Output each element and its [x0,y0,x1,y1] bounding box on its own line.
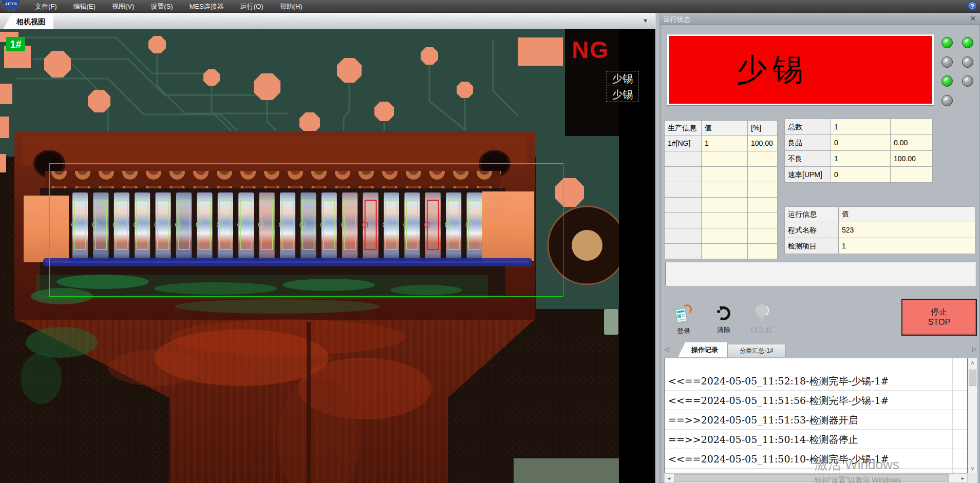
table-cell [748,213,778,228]
table-cell: 检测项目 [785,238,839,254]
table-cell [702,198,748,213]
light-bulb-icon [754,304,769,323]
status-led [962,37,973,48]
help-icon[interactable]: ? [968,2,977,11]
table-cell: 100.00 [748,136,778,151]
menu-items: 文件(F)编辑(E)视图(V)设置(S)MES连接器运行(O)帮助(H) [27,0,311,13]
table-cell [748,244,778,259]
login-label: 登录 [677,326,690,336]
menu-item[interactable]: MES连接器 [181,0,232,13]
refresh-icon [715,305,732,323]
log-entry: ==>>2024-05-05_11:51:53-检测器开启 [665,410,967,430]
camera-id-badge: 1# [6,37,25,51]
table-cell: 生产信息 [665,121,702,136]
vertical-scroll-thumb[interactable] [969,370,976,386]
result-ng-label: NG [572,36,609,64]
camera-viewport[interactable]: 1# NG 少锡 少锡 [0,29,655,483]
status-led [962,56,973,68]
table-cell: 良品 [785,135,831,151]
log-tab-strip: ◁ 操作记录 分类汇总-1# ▷ [663,340,979,357]
stop-label-en: STOP [928,317,950,327]
table-cell: 不良 [785,151,831,167]
log-list: <<==2024-05-05_11:52:18-检测完毕-少锡-1#<<==20… [665,358,967,469]
status-led [941,37,953,48]
table-row [665,244,778,259]
table-row: 总数1 [785,119,933,135]
log-entry: <<==2024-05-05_11:52:18-检测完毕-少锡-1# [665,371,967,391]
table-cell [665,198,702,213]
operation-log-panel[interactable]: <<==2024-05-05_11:52:18-检测完毕-少锡-1#<<==20… [664,358,968,473]
tab-camera-view[interactable]: 相机视图 [3,14,53,29]
led-light-button[interactable]: LED 灯 [746,304,778,341]
table-cell: 值 [702,121,748,136]
table-cell [665,228,702,244]
table-cell [748,167,778,182]
scroll-right-icon[interactable]: ▸ [958,474,967,482]
table-cell [748,228,778,244]
menu-item[interactable]: 运行(O) [232,0,272,13]
table-cell: 523 [839,222,975,238]
menu-item[interactable]: 帮助(H) [272,0,311,13]
horizontal-scroll-thumb[interactable] [674,474,949,482]
horizontal-scrollbar[interactable]: ◂ ▸ [664,473,968,483]
tab-category-summary[interactable]: 分类汇总-1# [727,344,786,357]
clear-button[interactable]: 清除 [708,305,740,342]
table-cell [748,151,778,167]
table-cell [665,182,702,198]
menu-bar: JETS 文件(F)编辑(E)视图(V)设置(S)MES连接器运行(O)帮助(H… [0,0,980,13]
counters-table: 总数1 良品00.00不良1100.00速率[UPM]0 [784,119,933,183]
app-window: JETS 文件(F)编辑(E)视图(V)设置(S)MES连接器运行(O)帮助(H… [0,0,980,483]
log-entry: <<==2024-05-05_11:50:10-检测完毕-少锡-1# [665,449,967,469]
table-cell: 程式名称 [785,222,839,238]
table-cell: 1#[NG] [665,136,702,151]
table-cell: 0 [831,135,891,151]
close-icon[interactable]: ✕ [970,14,976,23]
log-column-divider [952,358,953,473]
scroll-up-icon[interactable]: ∧ [968,358,977,367]
message-box[interactable] [665,262,976,286]
run-info-table: 运行信息值程式名称523检测项目1 [784,206,975,254]
menu-item[interactable]: 设置(S) [142,0,181,13]
table-cell [702,151,748,167]
vertical-scrollbar[interactable]: ∧ ∨ [968,358,977,473]
defect-label: 少锡 [607,87,638,102]
panel-splitter[interactable] [655,13,660,483]
stop-label-cn: 停止 [931,307,948,317]
table-cell [702,182,748,198]
table-cell [891,167,933,183]
stop-button[interactable]: 停止 STOP [901,299,977,336]
scrollbar-corner [968,473,977,483]
table-row: 检测项目1 [785,238,975,254]
menu-item[interactable]: 编辑(E) [65,0,104,13]
clear-label: 清除 [717,325,730,335]
scroll-left-icon[interactable]: ◂ [665,474,673,482]
table-cell: 1 [839,238,975,254]
table-cell: 运行信息 [785,207,839,222]
menu-item[interactable]: 视图(V) [104,0,142,13]
app-logo-icon: JETS [2,0,21,11]
table-cell [702,244,748,259]
table-row [665,182,778,198]
table-cell [702,213,748,228]
table-cell: 100.00 [891,151,933,167]
login-button[interactable]: 登录 [668,304,700,341]
panel-title-bar: 运行状态 ✕ [660,13,980,25]
table-cell [665,167,702,182]
tab-scroll-left-icon[interactable]: ◁ [665,345,669,353]
menu-item[interactable]: 文件(F) [27,0,65,13]
scroll-down-icon[interactable]: ∨ [968,464,977,473]
table-cell: 1 [702,136,748,151]
status-led [941,95,953,106]
log-entry: <<==2024-05-05_11:51:56-检测完毕-少锡-1# [665,391,967,410]
table-cell [748,182,778,198]
tab-operation-log[interactable]: 操作记录 [678,342,727,357]
status-led [941,56,953,68]
chevron-down-icon[interactable]: ▼ [643,17,648,24]
tab-scroll-right-icon[interactable]: ▷ [972,345,977,353]
table-cell [891,119,933,135]
production-info-table: 生产信息值[%]1#[NG]1100.00 [664,120,778,259]
table-row [665,167,778,182]
table-cell: 0.00 [891,135,933,151]
table-cell [665,213,702,228]
table-cell: 0 [831,167,891,183]
